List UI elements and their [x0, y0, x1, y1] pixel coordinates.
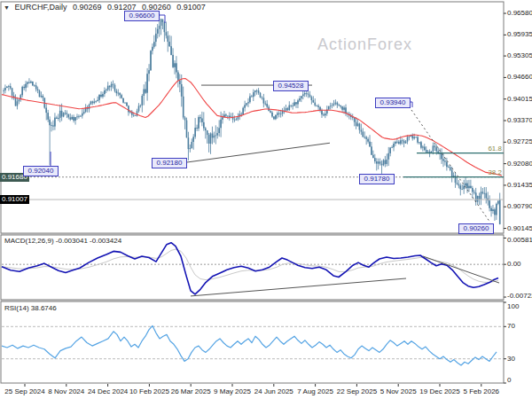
ohlc-open: 0.90269: [73, 3, 102, 12]
macd-rising-trendline: [191, 278, 406, 296]
price-annotation[interactable]: 0.91780: [359, 174, 395, 184]
price-annotation[interactable]: 0.90260: [458, 223, 494, 234]
price-annotation[interactable]: 0.92040: [23, 166, 59, 176]
ohlc-close: 0.91007: [176, 3, 206, 12]
collapse-chart-icon[interactable]: ▼: [4, 4, 10, 11]
main-pane-border: [1, 2, 504, 233]
fib-percentage-label: 61.8: [475, 145, 502, 153]
price-annotation[interactable]: 0.94528: [273, 81, 309, 91]
price-annotation[interactable]: 0.96600: [124, 11, 160, 21]
candlesticks: [3, 12, 500, 224]
forex-chart-window: ▼ EURCHF,Daily 0.90269 0.91207 0.90260 0…: [0, 0, 532, 399]
rising-support-trendline: [186, 143, 330, 162]
price-annotation[interactable]: 0.93940: [375, 98, 411, 108]
rsi-line: [2, 325, 497, 365]
fib-percentage-label: 38.2: [475, 168, 502, 176]
macd-main-line: [2, 243, 498, 294]
chart-header: ▼ EURCHF,Daily 0.90269 0.91207 0.90260 0…: [4, 3, 206, 12]
price-annotation[interactable]: 0.92180: [152, 158, 187, 168]
last-price-box: 0.91007: [0, 195, 29, 204]
macd-signal-line: [2, 249, 498, 282]
macd-indicator-label: MACD(12,26,9) -0.003041 -0.003424: [4, 237, 121, 245]
moving-average-line: [2, 79, 502, 176]
symbol-timeframe: EURCHF,Daily: [14, 3, 66, 12]
rsi-indicator-label: RSI(14) 38.6746: [4, 304, 57, 312]
macd-falling-trendline: [423, 256, 499, 283]
falling-dashed-trendline: [411, 110, 490, 223]
chart-canvas[interactable]: [0, 0, 532, 399]
